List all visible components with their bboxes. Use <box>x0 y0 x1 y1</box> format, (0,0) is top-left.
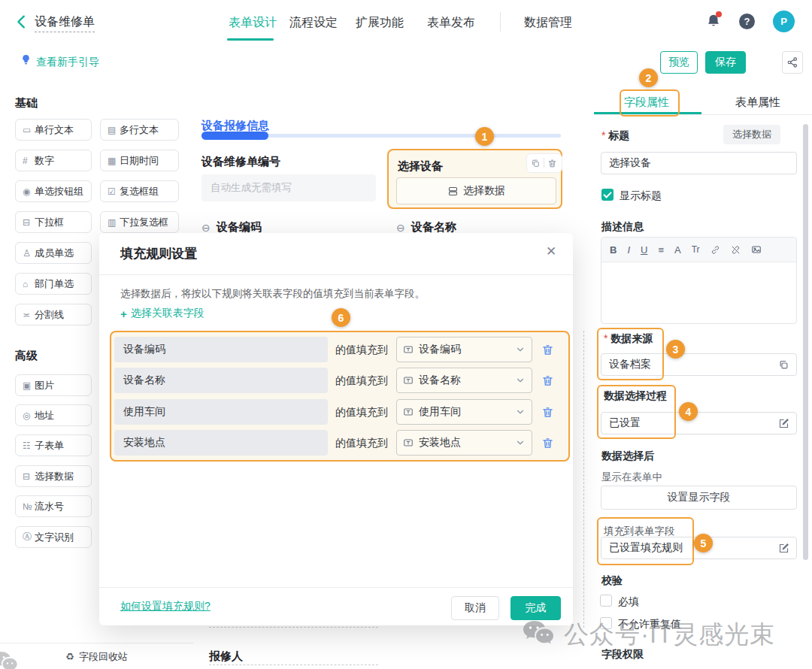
required-mark: * <box>604 332 607 344</box>
panel-scrollbar[interactable] <box>803 124 808 560</box>
no-duplicate-checkbox[interactable] <box>600 617 612 629</box>
title-value-input[interactable]: 选择设备 <box>601 152 797 174</box>
select-form-icon[interactable] <box>778 359 789 371</box>
field-type-address[interactable]: 地址 <box>15 404 92 426</box>
no-duplicate-option-label: 不允许重复值 <box>618 618 681 631</box>
show-title-checkbox[interactable] <box>601 189 614 201</box>
field-type-member-select[interactable]: 成员单选 <box>15 242 92 264</box>
active-tab-underline <box>227 38 274 41</box>
field-type-datetime[interactable]: 日期时间 <box>100 150 179 171</box>
back-icon[interactable] <box>14 13 30 31</box>
modal-title: 填充规则设置 <box>120 245 197 262</box>
location-icon <box>23 410 35 421</box>
rule-connector: 的值填充到 <box>335 406 388 419</box>
field-type-divider[interactable]: 分割线 <box>15 304 92 325</box>
multi-dropdown-icon <box>108 217 120 228</box>
edit-icon[interactable] <box>778 418 789 429</box>
tab-field-properties[interactable]: 字段属性 <box>624 95 669 110</box>
delete-rule-icon[interactable] <box>541 437 554 450</box>
font-size-icon[interactable]: Tr <box>692 244 700 255</box>
bold-icon[interactable]: B <box>610 244 617 256</box>
rule-target-dropdown[interactable]: 安装地点 <box>396 430 532 456</box>
underline-icon[interactable]: U <box>641 244 647 256</box>
set-display-fields-button[interactable]: 设置显示字段 <box>601 486 797 510</box>
after-selection-label: 数据选择后 <box>601 450 654 463</box>
field-type-dropdown[interactable]: 下拉框 <box>15 211 92 233</box>
tab-extensions[interactable]: 扩展功能 <box>356 15 404 31</box>
edit-icon[interactable] <box>778 543 789 554</box>
tab-form-publish[interactable]: 表单发布 <box>427 15 475 31</box>
rule-source-field: 设备编码 <box>114 337 328 362</box>
field-type-multi-line-text[interactable]: 多行文本 <box>100 119 179 141</box>
tab-form-properties[interactable]: 表单属性 <box>735 95 780 110</box>
delete-rule-icon[interactable] <box>541 374 554 387</box>
serial-number-icon <box>23 501 35 512</box>
tab-flow-setting[interactable]: 流程设定 <box>289 15 338 31</box>
field-type-multi-dropdown[interactable]: 下拉复选框 <box>100 211 179 233</box>
how-to-set-rules-link[interactable]: 如何设置填充规则? <box>120 600 211 613</box>
field-type-subform[interactable]: 子表单 <box>15 434 92 456</box>
avatar[interactable]: P <box>773 11 795 32</box>
save-button[interactable]: 保存 <box>705 51 746 74</box>
plus-icon: + <box>120 307 127 320</box>
rule-source-field: 安装地点 <box>114 430 328 456</box>
insert-image-icon[interactable] <box>751 244 762 255</box>
font-color-icon[interactable]: A <box>674 244 681 256</box>
add-related-field-link[interactable]: + 选择关联表字段 <box>120 307 205 320</box>
share-button[interactable] <box>782 51 803 74</box>
multi-line-text-icon <box>108 125 120 135</box>
description-editor[interactable]: B I U ≡ A Tr <box>601 237 797 324</box>
field-type-image[interactable]: 图片 <box>15 374 92 396</box>
italic-icon[interactable]: I <box>627 244 630 256</box>
field-type-radio-group[interactable]: 单选按钮组 <box>15 180 92 202</box>
required-checkbox[interactable] <box>600 595 612 607</box>
delete-rule-icon[interactable] <box>541 406 554 419</box>
selection-process-input[interactable]: 已设置 <box>601 412 797 434</box>
rule-connector: 的值填充到 <box>335 374 388 388</box>
preview-button[interactable]: 预览 <box>660 51 698 74</box>
canvas-field-reporter-label[interactable]: 报修人 <box>209 649 243 664</box>
field-type-department-select[interactable]: 部门单选 <box>15 273 92 295</box>
field-type-checkbox-group[interactable]: 复选框组 <box>100 180 179 202</box>
field-type-ocr[interactable]: 文字识别 <box>15 526 92 548</box>
sub-toolbar: 查看新手引导 预览 保存 <box>0 44 812 83</box>
annotation-marker-2: 2 <box>639 68 658 87</box>
field-type-single-line-text[interactable]: 单行文本 <box>15 119 92 141</box>
delete-rule-icon[interactable] <box>541 344 554 356</box>
canvas-field-serial-label[interactable]: 设备维修单编号 <box>201 155 280 169</box>
field-type-select-data[interactable]: 选择数据 <box>15 465 92 487</box>
rule-target-dropdown[interactable]: 使用车间 <box>396 399 532 425</box>
select-data-button[interactable]: 选择数据 <box>396 177 556 204</box>
field-recycle-bin[interactable]: 字段回收站 <box>0 643 193 669</box>
rule-target-dropdown[interactable]: 设备编码 <box>396 337 532 362</box>
pill-divider <box>544 158 544 168</box>
tab-form-design[interactable]: 表单设计 <box>229 15 277 31</box>
confirm-button[interactable]: 完成 <box>511 596 561 620</box>
align-icon[interactable]: ≡ <box>658 244 664 256</box>
tab-data-management[interactable]: 数据管理 <box>524 15 572 31</box>
properties-panel: 字段属性 表单属性 * 标题 选择数据 选择设备 显示标题 描述信息 B I U… <box>594 83 812 669</box>
canvas-field-serial-input[interactable]: 自动生成无需填写 <box>201 174 376 201</box>
copy-icon[interactable] <box>531 159 541 168</box>
checkbox-icon <box>108 186 120 197</box>
chevron-down-icon <box>515 437 526 448</box>
form-designer-app: 设备维修单 表单设计 流程设定 扩展功能 表单发布 数据管理 ? P 查看新手引… <box>0 0 812 669</box>
required-mark: * <box>601 129 605 141</box>
cancel-button[interactable]: 取消 <box>451 596 499 620</box>
newbie-guide-link[interactable]: 查看新手引导 <box>36 56 99 69</box>
rule-target-dropdown[interactable]: 设备名称 <box>396 368 532 393</box>
data-source-input[interactable]: 设备档案 <box>601 353 797 376</box>
link-icon[interactable] <box>710 245 720 255</box>
number-icon <box>23 156 35 166</box>
unlink-icon[interactable] <box>731 245 741 255</box>
form-title[interactable]: 设备维修单 <box>35 14 95 32</box>
delete-field-icon[interactable] <box>547 159 557 168</box>
text-field-icon <box>403 437 414 448</box>
reporter-dashed-input[interactable] <box>209 664 378 665</box>
display-in-form-label: 显示在表单中 <box>601 471 662 484</box>
close-icon[interactable]: ✕ <box>546 244 556 259</box>
field-type-serial-number[interactable]: 流水号 <box>15 495 92 517</box>
field-type-number[interactable]: 数字 <box>15 150 92 171</box>
title-select-data-button[interactable]: 选择数据 <box>723 125 780 144</box>
help-icon[interactable]: ? <box>739 14 755 29</box>
